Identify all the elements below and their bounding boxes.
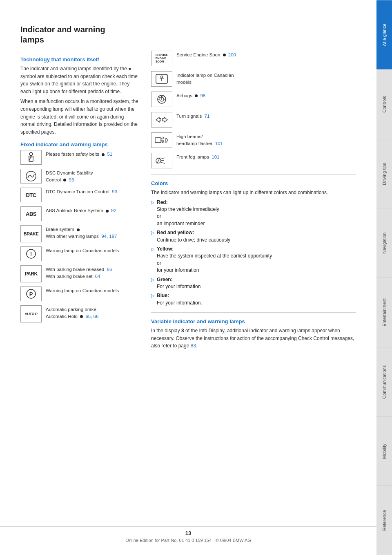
content-columns: Technology that monitors itself The indi… bbox=[20, 51, 356, 352]
dtc-icon: DTC bbox=[20, 188, 42, 202]
canadian-indicator-icon bbox=[151, 71, 172, 87]
sidebar-tab-communications[interactable]: Communications bbox=[376, 347, 392, 416]
lamp-item-abs: ABS ABS Antilock Brake System 92 bbox=[20, 206, 139, 221]
page: Indicator and warning lamps Technology t… bbox=[0, 0, 392, 555]
section-title: Indicator and warning lamps bbox=[20, 25, 356, 45]
svg-line-30 bbox=[161, 139, 164, 139]
brake-icon: BRAKE bbox=[20, 225, 42, 242]
variable-heading: Variable indicator and warning lamps bbox=[151, 318, 356, 324]
colors-heading: Colors bbox=[151, 180, 356, 186]
color-red: ▷ Red:Stop the vehicle immediatelyoran i… bbox=[151, 199, 356, 228]
svg-line-36 bbox=[161, 162, 165, 163]
high-beams-icon bbox=[151, 132, 172, 148]
arrow-icon: ▷ bbox=[151, 246, 154, 253]
sidebar-tab-entertainment[interactable]: Entertainment bbox=[376, 278, 392, 347]
sidebar-tab-controls[interactable]: Controls bbox=[376, 69, 392, 139]
turn-signals-label: Turn signals 71 bbox=[176, 112, 209, 120]
arrow-icon: ▷ bbox=[151, 277, 154, 283]
high-beams-label: High beams/headlamp flasher 101 bbox=[176, 132, 223, 147]
sidebar-tab-mobility[interactable]: Mobility bbox=[376, 416, 392, 486]
right-column: SERVICEENGINESOON Service Engine Soon 20… bbox=[151, 51, 356, 352]
lamp-item-high-beams: High beams/headlamp flasher 101 bbox=[151, 132, 356, 148]
canadian-p-label: Warning lamp on Canadian models bbox=[46, 286, 119, 294]
sidebar-tab-at-a-glance[interactable]: At a glance bbox=[376, 0, 392, 69]
dtc-label: DTC Dynamic Traction Control 93 bbox=[46, 188, 117, 195]
main-content: Indicator and warning lamps Technology t… bbox=[0, 0, 376, 555]
tech-body1: The indicator and warning lamps identifi… bbox=[20, 65, 139, 95]
colors-section: Colors The indicator and warning lamps c… bbox=[151, 180, 356, 307]
svg-marker-24 bbox=[156, 117, 161, 122]
lamp-item-seatbelt: Please fasten safety belts 51 bbox=[20, 150, 139, 165]
arrow-icon: ▷ bbox=[151, 199, 154, 206]
color-yellow: ▷ Yellow:Have the system inspected at th… bbox=[151, 246, 356, 274]
sidebar-tab-navigation[interactable]: Navigation bbox=[376, 208, 392, 278]
canadian-warning-label: Warning lamp on Canadian models bbox=[46, 246, 119, 254]
service-engine-icon: SERVICEENGINESOON bbox=[151, 51, 172, 66]
autop-label: Automatic parking brake, Automatic Hold … bbox=[46, 305, 98, 320]
autop-icon: AUTO P bbox=[20, 305, 42, 322]
variable-body: In the display 8 of the Info Display, ad… bbox=[151, 327, 356, 350]
park-icon: PARK bbox=[20, 265, 42, 282]
svg-point-0 bbox=[29, 152, 33, 156]
divider bbox=[151, 174, 356, 175]
lamp-item-dtc: DTC DTC Dynamic Traction Control 93 bbox=[20, 188, 139, 202]
brake-label: Brake system With other warning lamps 94… bbox=[46, 225, 117, 239]
fixed-heading: Fixed indicator and warning lamps bbox=[20, 141, 139, 148]
abs-label: ABS Antilock Brake System 92 bbox=[46, 206, 116, 214]
canadian-indicator-label: Indicator lamp on Canadianmodels bbox=[176, 71, 234, 85]
svg-line-28 bbox=[161, 137, 164, 139]
svg-line-31 bbox=[161, 141, 164, 142]
lamp-item-dsc: DSC Dynamic StabilityControl 93 bbox=[20, 169, 139, 184]
colors-body: The indicator and warning lamps can ligh… bbox=[151, 189, 356, 197]
sidebar: At a glance Controls Driving tips Naviga… bbox=[376, 0, 392, 555]
lamp-item-fog: Front fog lamps 101 bbox=[151, 153, 356, 168]
page-number: 13 bbox=[0, 530, 376, 536]
svg-line-35 bbox=[161, 158, 165, 159]
lamp-item-airbags: Airbags 98 bbox=[151, 92, 356, 107]
tech-heading: Technology that monitors itself bbox=[20, 56, 139, 63]
lamp-item-canadian-p: P Warning lamp on Canadian models bbox=[20, 286, 139, 301]
seatbelt-label: Please fasten safety belts 51 bbox=[46, 150, 112, 158]
footer-text: Online Edition for Part-No. 01 41 0 159 … bbox=[0, 538, 376, 543]
seatbelt-icon bbox=[20, 150, 42, 165]
airbags-label: Airbags 98 bbox=[176, 92, 205, 99]
dsc-icon bbox=[20, 169, 42, 184]
turn-signals-icon bbox=[151, 112, 172, 128]
svg-line-29 bbox=[161, 142, 164, 143]
svg-point-13 bbox=[161, 76, 163, 78]
svg-text:!: ! bbox=[30, 251, 32, 257]
color-blue: ▷ Blue:For your information. bbox=[151, 292, 356, 307]
fog-icon bbox=[151, 153, 172, 168]
divider2 bbox=[151, 312, 356, 313]
tech-body2: When a malfunction occurs in a monitored… bbox=[20, 98, 139, 136]
colors-list: ▷ Red:Stop the vehicle immediatelyoran i… bbox=[151, 199, 356, 307]
color-green: ▷ Green:For your information bbox=[151, 276, 356, 291]
airbags-icon bbox=[151, 92, 172, 107]
canadian-p-icon: P bbox=[20, 286, 42, 301]
arrow-icon: ▷ bbox=[151, 230, 154, 236]
sidebar-tab-driving-tips[interactable]: Driving tips bbox=[376, 139, 392, 208]
svg-marker-25 bbox=[163, 117, 167, 122]
page-footer: 13 Online Edition for Part-No. 01 41 0 1… bbox=[0, 526, 376, 543]
svg-rect-26 bbox=[155, 138, 161, 143]
lamp-item-autop: AUTO P Automatic parking brake, Automati… bbox=[20, 305, 139, 322]
abs-icon: ABS bbox=[20, 206, 42, 221]
color-red-yellow: ▷ Red and yellow:Continue to drive; driv… bbox=[151, 229, 356, 244]
variable-section: Variable indicator and warning lamps In … bbox=[151, 318, 356, 350]
svg-text:P: P bbox=[29, 291, 33, 297]
service-engine-label: Service Engine Soon 200 bbox=[176, 51, 236, 58]
lamp-item-turn-signals: Turn signals 71 bbox=[151, 112, 356, 128]
canadian-warning-icon: ! bbox=[20, 246, 42, 261]
sidebar-tab-reference[interactable]: Reference bbox=[376, 486, 392, 555]
arrow-icon: ▷ bbox=[151, 293, 154, 299]
park-label: With parking brake released 66 With park… bbox=[46, 265, 112, 280]
lamp-item-canadian-indicator: Indicator lamp on Canadianmodels bbox=[151, 71, 356, 87]
lamp-item-canadian-warning: ! Warning lamp on Canadian models bbox=[20, 246, 139, 261]
svg-point-18 bbox=[161, 96, 163, 98]
lamp-item-park: PARK With parking brake released 66 With… bbox=[20, 265, 139, 282]
dsc-label: DSC Dynamic StabilityControl 93 bbox=[46, 169, 93, 183]
fog-label: Front fog lamps 101 bbox=[176, 153, 219, 161]
lamp-item-brake: BRAKE Brake system With other warning la… bbox=[20, 225, 139, 242]
left-column: Technology that monitors itself The indi… bbox=[20, 51, 139, 352]
lamp-item-service-engine: SERVICEENGINESOON Service Engine Soon 20… bbox=[151, 51, 356, 66]
